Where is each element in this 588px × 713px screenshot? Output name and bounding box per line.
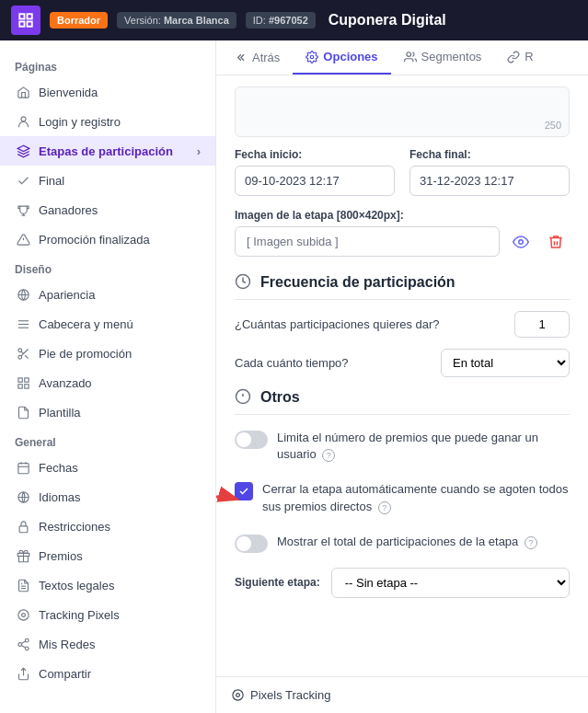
svg-rect-20: [24, 384, 28, 387]
view-image-button[interactable]: [507, 228, 535, 256]
sidebar-item-tracking[interactable]: Tracking Pixels: [0, 600, 215, 629]
svg-line-16: [21, 351, 23, 353]
otros-icon: [235, 388, 253, 407]
fecha-final-input[interactable]: [409, 166, 570, 196]
sidebar-section-general: General: [0, 427, 215, 453]
sidebar-label-compartir: Compartir: [39, 667, 91, 681]
toggle-mostrar-row: Mostrar el total de participaciones de l…: [235, 530, 570, 557]
dates-row: Fecha inicio: Fecha final:: [235, 148, 570, 196]
svg-line-37: [21, 641, 25, 643]
sidebar-item-plantilla[interactable]: Plantilla: [0, 397, 215, 427]
toggle-cerrar-text: Cerrar la etapa automáticamente cuando s…: [262, 481, 570, 514]
sidebar-item-cabecera[interactable]: Cabecera y menú: [0, 309, 215, 339]
sidebar-label-textos: Textos legales: [39, 579, 114, 592]
pixels-tracking-label: Pixels Tracking: [250, 688, 330, 702]
svg-rect-21: [17, 463, 28, 473]
sidebar-item-final[interactable]: Final: [0, 166, 215, 195]
share2-icon: [15, 665, 31, 682]
grid-icon: [15, 374, 31, 391]
circle-icon: [15, 286, 31, 303]
sidebar-item-redes[interactable]: Mis Redes: [0, 629, 215, 659]
svg-line-36: [21, 645, 25, 647]
svg-point-31: [17, 609, 28, 619]
pixels-tracking-item[interactable]: Pixels Tracking: [231, 684, 573, 706]
svg-rect-19: [17, 384, 21, 387]
tab-opciones-label: Opciones: [323, 50, 377, 63]
info-icon-1[interactable]: ?: [322, 449, 335, 462]
toggle-limita-row: Limita el número de premios que puede ga…: [235, 426, 570, 466]
svg-point-4: [21, 116, 26, 121]
imagen-label: Imagen de la etapa [800×420px]:: [235, 209, 570, 222]
sidebar-item-compartir[interactable]: Compartir: [0, 659, 215, 688]
back-button[interactable]: Atrás: [224, 40, 293, 75]
frecuencia-section-header: Frecuencia de participación: [235, 273, 570, 300]
svg-rect-0: [19, 14, 24, 18]
sidebar-label-plantilla: Plantilla: [39, 406, 81, 420]
sidebar-section-paginas: Páginas: [0, 52, 215, 77]
cada-cuanto-label: Cada cuánto tiempo?: [235, 356, 441, 370]
sidebar-label-promocion: Promoción finalizada: [39, 233, 150, 247]
svg-point-33: [25, 638, 29, 642]
globe-icon: [15, 489, 31, 505]
frecuencia-icon: [235, 273, 253, 292]
fecha-inicio-input[interactable]: [235, 166, 395, 196]
tab-opciones[interactable]: Opciones: [293, 40, 390, 75]
svg-point-35: [25, 647, 29, 650]
calendar-icon: [15, 459, 31, 476]
sidebar-item-restricciones[interactable]: Restricciones: [0, 512, 215, 541]
tracking-icon: [15, 606, 31, 623]
doc-icon: [15, 577, 31, 593]
sidebar-label-premios: Premios: [39, 549, 83, 563]
sidebar-label-etapas: Etapas de participación: [39, 144, 173, 158]
sidebar-item-fechas[interactable]: Fechas: [0, 453, 215, 482]
description-textarea[interactable]: 250: [235, 86, 570, 137]
svg-rect-26: [19, 525, 28, 532]
info-icon-3[interactable]: ?: [525, 536, 537, 549]
sidebar-label-final: Final: [39, 174, 64, 188]
svg-point-41: [519, 239, 524, 244]
sidebar-item-avanzado[interactable]: Avanzado: [0, 368, 215, 397]
page-title: Cuponera Digital: [329, 12, 446, 29]
otros-section-header: Otros: [235, 388, 570, 415]
svg-point-34: [17, 642, 21, 646]
sidebar-item-idiomas[interactable]: Idiomas: [0, 482, 215, 512]
svg-point-40: [407, 52, 411, 56]
sidebar-section-diseno: Diseño: [0, 254, 215, 280]
menu-icon: [15, 316, 31, 332]
alert-icon: [15, 231, 31, 247]
delete-image-button[interactable]: [542, 228, 570, 256]
sidebar-item-textos[interactable]: Textos legales: [0, 570, 215, 600]
siguiente-etapa-select[interactable]: -- Sin etapa --: [331, 568, 570, 598]
imagen-upload-box[interactable]: [ Imagen subida ]: [235, 226, 500, 257]
sidebar-item-login[interactable]: Login y registro: [0, 107, 215, 136]
sidebar-label-restricciones: Restricciones: [39, 520, 110, 534]
share-icon: [15, 636, 31, 652]
fecha-final-group: Fecha final:: [409, 148, 570, 196]
cuantas-row: ¿Cuántas participaciones quieres dar?: [235, 311, 570, 338]
siguiente-etapa-label: Siguiente etapa:: [235, 576, 320, 589]
cuantas-input[interactable]: [514, 311, 570, 338]
check-icon: [15, 172, 31, 189]
char-count: 250: [545, 120, 561, 131]
sidebar-item-etapas[interactable]: Etapas de participación ›: [0, 136, 215, 166]
toggle-limita-text: Limita el número de premios que puede ga…: [277, 430, 570, 463]
sidebar-item-promocion[interactable]: Promoción finalizada: [0, 224, 215, 254]
sidebar-item-premios[interactable]: Premios: [0, 541, 215, 570]
svg-point-39: [311, 55, 315, 59]
sidebar: Páginas Bienvenida Login y registro Etap…: [0, 40, 216, 713]
sidebar-item-apariencia[interactable]: Apariencia: [0, 280, 215, 309]
sidebar-item-bienvenida[interactable]: Bienvenida: [0, 77, 215, 107]
sidebar-item-pie[interactable]: Pie de promoción: [0, 339, 215, 368]
tab-more[interactable]: R: [494, 40, 546, 75]
svg-marker-5: [17, 145, 29, 151]
info-icon-2[interactable]: ?: [378, 501, 391, 514]
frecuencia-title: Frecuencia de participación: [260, 274, 455, 291]
sidebar-label-bienvenida: Bienvenida: [39, 86, 98, 99]
tab-segmentos[interactable]: Segmentos: [391, 40, 495, 75]
sidebar-item-ganadores[interactable]: Ganadores: [0, 195, 215, 224]
sidebar-label-login: Login y registro: [39, 115, 121, 129]
toggle-mostrar[interactable]: [235, 535, 268, 553]
toggle-limita[interactable]: [235, 431, 268, 449]
user-icon: [15, 113, 31, 130]
cada-cuanto-select[interactable]: En total Por día Por semana Por mes: [441, 349, 570, 377]
